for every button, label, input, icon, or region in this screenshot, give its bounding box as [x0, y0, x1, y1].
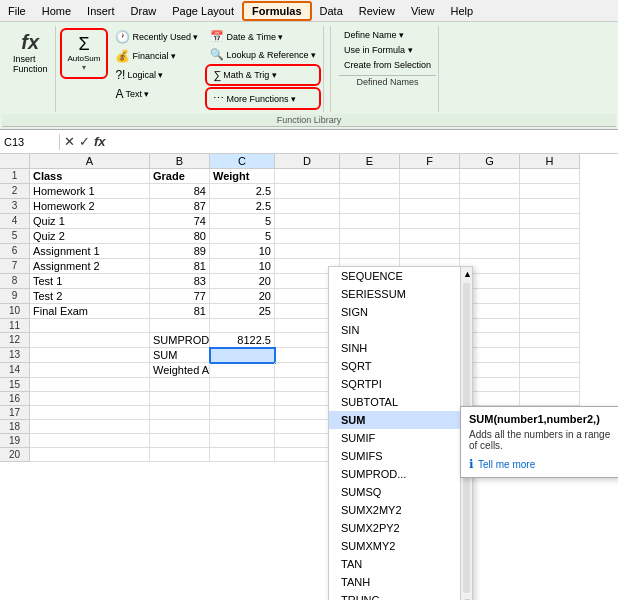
define-name-button[interactable]: Define Name ▾	[339, 28, 436, 42]
dropdown-item-sequence[interactable]: SEQUENCE	[329, 267, 472, 285]
cell-A8[interactable]: Test 1	[30, 274, 150, 289]
math-trig-dropdown[interactable]: SEQUENCE SERIESSUM SIGN SIN SINH SQRT SQ…	[328, 266, 473, 600]
dropdown-item-sumx2py2[interactable]: SUMX2PY2	[329, 519, 472, 537]
dropdown-item-sqrtpi[interactable]: SQRTPI	[329, 375, 472, 393]
cell-F3[interactable]	[400, 199, 460, 214]
cell-C16[interactable]	[210, 392, 275, 406]
cell-B16[interactable]	[150, 392, 210, 406]
use-in-formula-button[interactable]: Use in Formula ▾	[339, 43, 436, 57]
cell-C18[interactable]	[210, 420, 275, 434]
cell-B18[interactable]	[150, 420, 210, 434]
cell-G6[interactable]	[460, 244, 520, 259]
cell-A13[interactable]	[30, 348, 150, 363]
col-header-D[interactable]: D	[275, 154, 340, 169]
cell-C5[interactable]: 5	[210, 229, 275, 244]
cell-H2[interactable]	[520, 184, 580, 199]
cell-C11[interactable]	[210, 319, 275, 333]
dropdown-item-sumif[interactable]: SUMIF	[329, 429, 472, 447]
cell-D4[interactable]	[275, 214, 340, 229]
cell-A18[interactable]	[30, 420, 150, 434]
cell-name-box[interactable]: C13	[0, 134, 60, 150]
math-trig-button[interactable]: ∑ Math & Trig ▾	[208, 67, 281, 83]
cell-H7[interactable]	[520, 259, 580, 274]
cell-D5[interactable]	[275, 229, 340, 244]
financial-button[interactable]: 💰 Financial ▾	[110, 47, 203, 65]
cell-B7[interactable]: 81	[150, 259, 210, 274]
cancel-formula-icon[interactable]: ✕	[64, 134, 75, 149]
menu-home[interactable]: Home	[34, 3, 79, 19]
cell-A2[interactable]: Homework 1	[30, 184, 150, 199]
cell-A9[interactable]: Test 2	[30, 289, 150, 304]
cell-B20[interactable]	[150, 448, 210, 462]
cell-B14[interactable]: Weighted Average	[150, 363, 210, 378]
cell-A16[interactable]	[30, 392, 150, 406]
menu-file[interactable]: File	[0, 3, 34, 19]
cell-E5[interactable]	[340, 229, 400, 244]
cell-A4[interactable]: Quiz 1	[30, 214, 150, 229]
cell-G2[interactable]	[460, 184, 520, 199]
dropdown-item-sum[interactable]: SUM	[329, 411, 472, 429]
cell-A3[interactable]: Homework 2	[30, 199, 150, 214]
lookup-reference-button[interactable]: 🔍 Lookup & Reference ▾	[205, 46, 321, 63]
cell-F1[interactable]	[400, 169, 460, 184]
col-header-G[interactable]: G	[460, 154, 520, 169]
dropdown-item-sign[interactable]: SIGN	[329, 303, 472, 321]
cell-A10[interactable]: Final Exam	[30, 304, 150, 319]
dropdown-item-seriessum[interactable]: SERIESSUM	[329, 285, 472, 303]
cell-B4[interactable]: 74	[150, 214, 210, 229]
cell-H14[interactable]	[520, 363, 580, 378]
cell-B5[interactable]: 80	[150, 229, 210, 244]
cell-B17[interactable]	[150, 406, 210, 420]
cell-C14[interactable]	[210, 363, 275, 378]
menu-review[interactable]: Review	[351, 3, 403, 19]
cell-H16[interactable]	[520, 392, 580, 406]
cell-C2[interactable]: 2.5	[210, 184, 275, 199]
cell-B11[interactable]	[150, 319, 210, 333]
cell-H4[interactable]	[520, 214, 580, 229]
dropdown-item-sinh[interactable]: SINH	[329, 339, 472, 357]
cell-C6[interactable]: 10	[210, 244, 275, 259]
cell-H1[interactable]	[520, 169, 580, 184]
cell-A7[interactable]: Assignment 2	[30, 259, 150, 274]
cell-G3[interactable]	[460, 199, 520, 214]
cell-A6[interactable]: Assignment 1	[30, 244, 150, 259]
recently-used-button[interactable]: 🕐 Recently Used ▾	[110, 28, 203, 46]
cell-H9[interactable]	[520, 289, 580, 304]
tell-me-more-link[interactable]: ℹ Tell me more	[469, 457, 618, 471]
dropdown-item-sin[interactable]: SIN	[329, 321, 472, 339]
cell-G1[interactable]	[460, 169, 520, 184]
insert-function-button[interactable]: fx InsertFunction	[8, 28, 53, 77]
cell-A14[interactable]	[30, 363, 150, 378]
cell-C19[interactable]	[210, 434, 275, 448]
menu-view[interactable]: View	[403, 3, 443, 19]
cell-D6[interactable]	[275, 244, 340, 259]
cell-B15[interactable]	[150, 378, 210, 392]
cell-C4[interactable]: 5	[210, 214, 275, 229]
cell-B8[interactable]: 83	[150, 274, 210, 289]
cell-A1[interactable]: Class	[30, 169, 150, 184]
cell-C17[interactable]	[210, 406, 275, 420]
cell-A19[interactable]	[30, 434, 150, 448]
insert-function-formula-icon[interactable]: fx	[94, 134, 106, 149]
create-from-selection-button[interactable]: Create from Selection	[339, 58, 436, 72]
cell-A20[interactable]	[30, 448, 150, 462]
cell-C13[interactable]	[210, 348, 275, 363]
dropdown-item-tanh[interactable]: TANH	[329, 573, 472, 591]
cell-E4[interactable]	[340, 214, 400, 229]
cell-H3[interactable]	[520, 199, 580, 214]
cell-D2[interactable]	[275, 184, 340, 199]
formula-input[interactable]	[110, 134, 618, 150]
menu-help[interactable]: Help	[443, 3, 482, 19]
logical-button[interactable]: ?! Logical ▾	[110, 66, 203, 84]
cell-C10[interactable]: 25	[210, 304, 275, 319]
cell-B6[interactable]: 89	[150, 244, 210, 259]
cell-C8[interactable]: 20	[210, 274, 275, 289]
cell-B1[interactable]: Grade	[150, 169, 210, 184]
cell-A12[interactable]	[30, 333, 150, 348]
col-header-F[interactable]: F	[400, 154, 460, 169]
cell-H6[interactable]	[520, 244, 580, 259]
dropdown-item-sumsq[interactable]: SUMSQ	[329, 483, 472, 501]
cell-H13[interactable]	[520, 348, 580, 363]
dropdown-item-tan[interactable]: TAN	[329, 555, 472, 573]
col-header-H[interactable]: H	[520, 154, 580, 169]
